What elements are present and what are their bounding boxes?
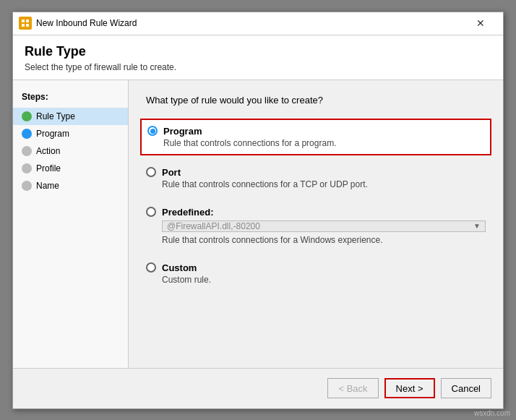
cancel-button[interactable]: Cancel [441,378,491,398]
svg-rect-0 [22,20,25,22]
sidebar-item-rule-type[interactable]: Rule Type [13,108,128,125]
sidebar-label-program: Program [36,129,69,139]
option-custom-label: Custom [162,262,197,273]
step-dot-rule-type [22,111,32,121]
option-program-label: Program [163,126,202,137]
radio-predefined[interactable] [146,207,156,217]
step-dot-profile [22,163,32,173]
window-title: New Inbound Rule Wizard [36,18,464,28]
predefined-dropdown-value: @FirewallAPI.dll,-80200 [167,221,260,231]
option-predefined[interactable]: Predefined: @FirewallAPI.dll,-80200 ▼ Ru… [146,201,486,251]
header: Rule Type Select the type of firewall ru… [13,35,503,80]
question-text: What type of rule would you like to crea… [146,95,486,106]
watermark: wsxdn.com [474,409,510,417]
option-program-row: Program [147,126,484,137]
option-predefined-label: Predefined: [162,207,214,218]
option-program[interactable]: Program Rule that controls connections f… [140,119,491,155]
option-custom-desc: Custom rule. [162,275,486,285]
option-port-label: Port [162,167,181,178]
sidebar-label-rule-type: Rule Type [36,111,75,121]
back-button[interactable]: < Back [327,378,378,398]
option-port[interactable]: Port Rule that controls connections for … [146,161,486,195]
radio-program[interactable] [147,126,158,136]
page-title: Rule Type [25,44,491,59]
svg-rect-3 [26,24,29,27]
sidebar-label-name: Name [36,181,59,191]
sidebar: Steps: Rule Type Program Action Profile … [13,80,129,368]
option-predefined-row: Predefined: [146,207,486,218]
steps-label: Steps: [13,89,128,105]
title-bar: New Inbound Rule Wizard ✕ [13,12,503,35]
option-custom[interactable]: Custom Custom rule. [146,257,486,291]
option-port-row: Port [146,167,486,178]
close-button[interactable]: ✕ [464,12,497,35]
predefined-dropdown[interactable]: @FirewallAPI.dll,-80200 ▼ [162,220,486,232]
svg-rect-1 [26,20,29,22]
option-custom-row: Custom [146,262,486,273]
radio-program-inner [150,129,155,134]
step-dot-name [22,181,32,191]
option-group: Program Rule that controls connections f… [146,119,486,291]
predefined-dropdown-arrow: ▼ [473,222,481,230]
sidebar-item-name[interactable]: Name [13,177,128,194]
main-content: What type of rule would you like to crea… [129,80,503,368]
step-dot-program [22,129,32,139]
content-area: Steps: Rule Type Program Action Profile … [13,80,503,368]
svg-rect-2 [22,24,25,27]
radio-custom[interactable] [146,262,156,273]
main-window: New Inbound Rule Wizard ✕ Rule Type Sele… [12,12,504,409]
sidebar-label-action: Action [36,146,60,156]
window-icon [19,17,32,30]
page-subtitle: Select the type of firewall rule to crea… [25,62,491,72]
option-predefined-desc: Rule that controls connections for a Win… [162,235,486,245]
sidebar-item-profile[interactable]: Profile [13,160,128,177]
option-program-desc: Rule that controls connections for a pro… [163,138,484,148]
step-dot-action [22,146,32,156]
sidebar-label-profile: Profile [36,163,61,173]
sidebar-item-action[interactable]: Action [13,142,128,160]
option-port-desc: Rule that controls connections for a TCP… [162,179,486,189]
radio-port[interactable] [146,167,156,177]
sidebar-item-program[interactable]: Program [13,125,128,142]
next-button[interactable]: Next > [384,378,435,398]
footer: < Back Next > Cancel [13,368,503,408]
